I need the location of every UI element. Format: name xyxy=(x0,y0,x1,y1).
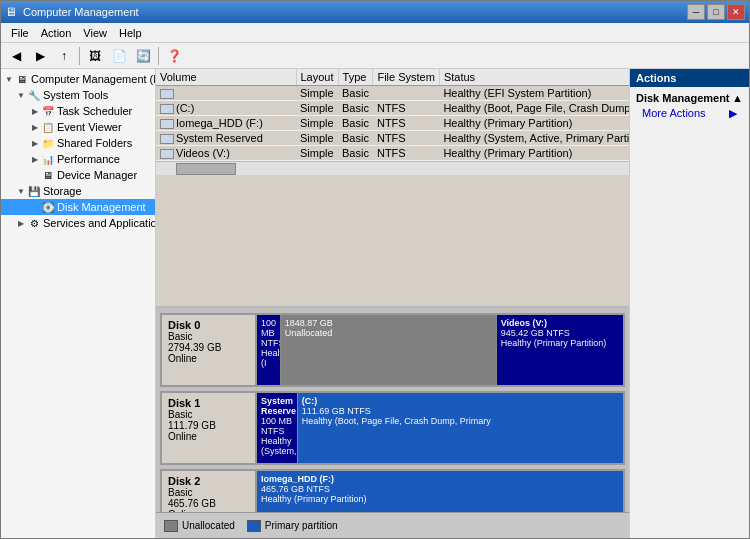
disk-block-2: Disk 2 Basic 465.76 GB Online Iomega_HDD… xyxy=(160,469,625,512)
disk-0-seg-1[interactable]: 1848.87 GB Unallocated xyxy=(281,315,497,385)
show-hide-button[interactable]: 🖼 xyxy=(84,46,106,66)
properties-button[interactable]: 📄 xyxy=(108,46,130,66)
expander-task-scheduler: ▶ xyxy=(29,105,41,117)
disk-block-1: Disk 1 Basic 111.79 GB Online System Res… xyxy=(160,391,625,465)
disk-0-seg-2[interactable]: Videos (V:) 945.42 GB NTFS Healthy (Prim… xyxy=(497,315,623,385)
main-window: 🖥 Computer Management ─ □ ✕ File Action … xyxy=(0,0,750,539)
actions-header: Actions xyxy=(630,69,749,87)
sidebar-item-root[interactable]: ▼ 🖥 Computer Management (Local) xyxy=(1,71,155,87)
refresh-button[interactable]: 🔄 xyxy=(132,46,154,66)
disk-1-seg-1-size: 111.69 GB NTFS xyxy=(302,406,619,416)
sidebar-item-shared-folders[interactable]: ▶ 📁 Shared Folders xyxy=(1,135,155,151)
disk-2-info: Disk 2 Basic 465.76 GB Online xyxy=(162,471,257,512)
legend-unallocated: Unallocated xyxy=(164,520,235,532)
cell-vol-3: System Reserved xyxy=(176,132,263,144)
maximize-button[interactable]: □ xyxy=(707,4,725,20)
sidebar-item-system-tools[interactable]: ▼ 🔧 System Tools xyxy=(1,87,155,103)
table-row[interactable]: System Reserved Simple Basic NTFS Health… xyxy=(156,131,629,146)
table-row[interactable]: Simple Basic Healthy (EFI System Partiti… xyxy=(156,86,629,101)
icon-device-manager: 🖥 xyxy=(41,168,55,182)
toolbar: ◀ ▶ ↑ 🖼 📄 🔄 ❓ xyxy=(1,43,749,69)
cell-fs-2: NTFS xyxy=(373,116,439,131)
cell-vol-4: Videos (V:) xyxy=(176,147,230,159)
col-filesystem[interactable]: File System xyxy=(373,69,439,86)
volume-table: Volume Layout Type File System Status C … xyxy=(156,69,629,161)
app-icon: 🖥 xyxy=(5,5,19,19)
action-more-actions[interactable]: More Actions ▶ xyxy=(630,105,749,121)
table-hscrollbar[interactable] xyxy=(156,161,629,175)
label-shared-folders: Shared Folders xyxy=(57,137,132,149)
table-row[interactable]: Iomega_HDD (F:) Simple Basic NTFS Health… xyxy=(156,116,629,131)
disk-block-2-row: Disk 2 Basic 465.76 GB Online Iomega_HDD… xyxy=(162,471,623,512)
legend-label-primary: Primary partition xyxy=(265,520,338,531)
sidebar-item-storage[interactable]: ▼ 💾 Storage xyxy=(1,183,155,199)
expander-services: ▶ xyxy=(15,217,27,229)
col-type[interactable]: Type xyxy=(338,69,373,86)
cell-layout-2: Simple xyxy=(296,116,338,131)
vol-icon-2 xyxy=(160,119,174,129)
actions-section-title[interactable]: Disk Management ▲ xyxy=(630,89,749,105)
label-disk-management: Disk Management xyxy=(57,201,146,213)
actions-expand-icon: ▲ xyxy=(732,92,743,104)
expander-event-viewer: ▶ xyxy=(29,121,41,133)
disk-0-label: Disk 0 xyxy=(168,319,249,331)
actions-section: Disk Management ▲ More Actions ▶ xyxy=(630,87,749,123)
disk-0-seg-2-status: Healthy (Primary Partition) xyxy=(501,338,619,348)
vol-icon-3 xyxy=(160,134,174,144)
disk-1-seg-1[interactable]: (C:) 111.69 GB NTFS Healthy (Boot, Page … xyxy=(298,393,623,463)
cell-type-2: Basic xyxy=(338,116,373,131)
menu-help[interactable]: Help xyxy=(113,25,148,41)
help-button[interactable]: ❓ xyxy=(163,46,185,66)
sidebar-item-device-manager[interactable]: ▶ 🖥 Device Manager xyxy=(1,167,155,183)
vol-icon-1 xyxy=(160,104,174,114)
sidebar-item-event-viewer[interactable]: ▶ 📋 Event Viewer xyxy=(1,119,155,135)
sidebar-item-performance[interactable]: ▶ 📊 Performance xyxy=(1,151,155,167)
disk-visual-panel: Disk 0 Basic 2794.39 GB Online 100 MB NT… xyxy=(156,309,629,512)
cell-type-4: Basic xyxy=(338,146,373,161)
icon-task-scheduler: 📅 xyxy=(41,104,55,118)
disk-2-seg-0[interactable]: Iomega_HDD (F:) 465.76 GB NTFS Healthy (… xyxy=(257,471,623,512)
disk-1-info: Disk 1 Basic 111.79 GB Online xyxy=(162,393,257,463)
actions-panel: Actions Disk Management ▲ More Actions ▶ xyxy=(629,69,749,538)
icon-system-tools: 🔧 xyxy=(27,88,41,102)
menu-view[interactable]: View xyxy=(77,25,113,41)
volume-table-panel: Volume Layout Type File System Status C … xyxy=(156,69,629,309)
more-actions-arrow: ▶ xyxy=(729,107,737,120)
cell-status-0: Healthy (EFI System Partition) xyxy=(439,86,629,101)
table-row[interactable]: Videos (V:) Simple Basic NTFS Healthy (P… xyxy=(156,146,629,161)
sidebar-item-task-scheduler[interactable]: ▶ 📅 Task Scheduler xyxy=(1,103,155,119)
back-button[interactable]: ◀ xyxy=(5,46,27,66)
cell-fs-4: NTFS xyxy=(373,146,439,161)
sidebar-item-services[interactable]: ▶ ⚙ Services and Applications xyxy=(1,215,155,231)
disk-2-size: 465.76 GB xyxy=(168,498,249,509)
disk-0-seg-0[interactable]: 100 MB NTFS Healthy (I xyxy=(257,315,281,385)
cell-status-2: Healthy (Primary Partition) xyxy=(439,116,629,131)
col-volume[interactable]: Volume xyxy=(156,69,296,86)
minimize-button[interactable]: ─ xyxy=(687,4,705,20)
cell-status-1: Healthy (Boot, Page File, Crash Dump, Pr… xyxy=(439,101,629,116)
up-button[interactable]: ↑ xyxy=(53,46,75,66)
label-performance: Performance xyxy=(57,153,120,165)
menu-file[interactable]: File xyxy=(5,25,35,41)
disk-2-type: Basic xyxy=(168,487,249,498)
label-event-viewer: Event Viewer xyxy=(57,121,122,133)
col-status[interactable]: Status xyxy=(439,69,629,86)
menu-bar: File Action View Help xyxy=(1,23,749,43)
disk-2-label: Disk 2 xyxy=(168,475,249,487)
menu-action[interactable]: Action xyxy=(35,25,78,41)
disk-1-seg-0[interactable]: System Reserve 100 MB NTFS Healthy (Syst… xyxy=(257,393,298,463)
close-button[interactable]: ✕ xyxy=(727,4,745,20)
table-row[interactable]: (C:) Simple Basic NTFS Healthy (Boot, Pa… xyxy=(156,101,629,116)
expander-storage: ▼ xyxy=(15,185,27,197)
disk-0-segments: 100 MB NTFS Healthy (I 1848.87 GB Unallo… xyxy=(257,315,623,385)
legend-label-unallocated: Unallocated xyxy=(182,520,235,531)
expander-performance: ▶ xyxy=(29,153,41,165)
disk-0-type: Basic xyxy=(168,331,249,342)
disk-0-seg-0-status: Healthy (I xyxy=(261,348,276,368)
col-layout[interactable]: Layout xyxy=(296,69,338,86)
sidebar-item-disk-management[interactable]: ▶ 💽 Disk Management xyxy=(1,199,155,215)
forward-button[interactable]: ▶ xyxy=(29,46,51,66)
disk-block-1-row: Disk 1 Basic 111.79 GB Online System Res… xyxy=(162,393,623,463)
cell-status-3: Healthy (System, Active, Primary Partiti… xyxy=(439,131,629,146)
legend-box-unallocated xyxy=(164,520,178,532)
